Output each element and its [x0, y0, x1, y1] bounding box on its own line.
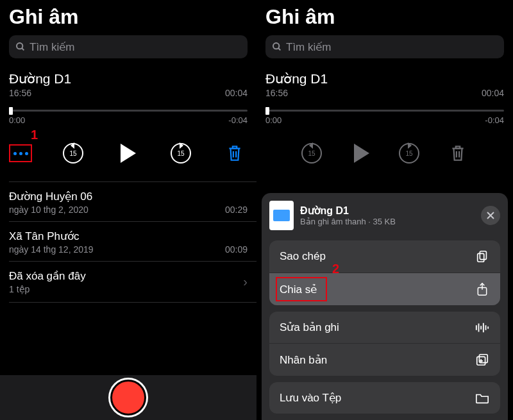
play-button[interactable]: [114, 140, 140, 166]
svg-rect-4: [480, 251, 486, 260]
current-duration: 00:04: [482, 88, 504, 98]
item-duration: 00:29: [225, 205, 248, 215]
svg-rect-5: [478, 253, 484, 262]
sheet-group-save: Lưu vào Tệp: [269, 382, 500, 414]
svg-line-3: [278, 48, 280, 50]
chevron-right-icon: ›: [243, 274, 248, 289]
search-placeholder: Tìm kiếm: [286, 40, 331, 54]
current-recording-name: Đường D1: [265, 71, 504, 87]
play-button: [348, 140, 373, 166]
rewind-15-button[interactable]: 15: [60, 140, 86, 166]
trash-icon: [226, 144, 243, 162]
search-placeholder: Tìm kiếm: [29, 40, 74, 54]
save-row[interactable]: Lưu vào Tệp: [269, 382, 500, 414]
record-footer: [0, 375, 256, 420]
trash-icon: [450, 144, 466, 162]
track-end: -0:04: [228, 115, 248, 125]
sheet-group-edit: Sửa bản ghi Nhân bản: [269, 312, 500, 376]
page-title: Ghi âm: [9, 5, 248, 29]
item-name: Xã Tân Phước: [9, 230, 248, 243]
list-item[interactable]: Xã Tân Phước ngày 14 thg 12, 2019 00:09: [9, 222, 248, 261]
edit-label: Sửa bản ghi: [280, 321, 339, 334]
current-duration: 00:04: [225, 88, 248, 98]
current-recording-name: Đường D1: [9, 71, 248, 87]
callout-2: 2: [332, 262, 339, 276]
page-title: Ghi âm: [265, 5, 504, 29]
search-icon: [272, 42, 282, 52]
scrubber-labels: 0:00 -0:04: [9, 115, 248, 125]
track-end: -0:04: [485, 115, 504, 125]
plus-square-icon: [475, 353, 490, 367]
forward-15-button: 15: [396, 140, 422, 166]
screen-sharesheet: Ghi âm Tìm kiếm Đường D1 16:56 00:04 0:0…: [256, 0, 513, 420]
search-input[interactable]: Tìm kiếm: [9, 35, 248, 58]
scrubber-head[interactable]: [265, 107, 269, 115]
current-time-row: 16:56 00:04: [265, 88, 504, 98]
sheet-group-main: Sao chép Chia sẻ 2: [269, 240, 500, 305]
folder-icon: [475, 392, 490, 404]
scrubber-track[interactable]: [265, 110, 504, 112]
playback-controls: 1 15 15: [9, 140, 248, 166]
record-button[interactable]: [110, 380, 146, 416]
share-icon: [475, 282, 490, 296]
more-button[interactable]: [9, 144, 32, 162]
forward-15-button[interactable]: 15: [168, 140, 194, 166]
scrubber-track[interactable]: [9, 110, 248, 112]
copy-icon: [475, 249, 490, 264]
callout-1: 1: [31, 128, 38, 142]
scrubber-head[interactable]: [9, 107, 13, 115]
current-time: 16:56: [9, 88, 31, 98]
audio-doc-icon: [269, 201, 294, 230]
play-icon: [121, 144, 136, 163]
delete-button: [445, 140, 471, 166]
scrubber-labels: 0:00 -0:04: [265, 115, 504, 125]
list-item[interactable]: Đường Huyện 06 ngày 10 thg 2, 2020 00:29: [9, 182, 248, 221]
share-sheet: Đường D1 Bản ghi âm thanh · 35 KB Sao ch…: [262, 193, 508, 420]
search-icon: [15, 42, 26, 52]
item-date: ngày 10 thg 2, 2020: [9, 205, 88, 215]
playback-controls-dimmed: 15 15: [265, 140, 504, 166]
deleted-count: 1 tệp: [9, 284, 86, 294]
duplicate-label: Nhân bản: [280, 353, 327, 367]
item-duration: 00:09: [225, 244, 248, 255]
current-time: 16:56: [265, 88, 288, 98]
duplicate-row[interactable]: Nhân bản: [269, 344, 500, 376]
sheet-header: Đường D1 Bản ghi âm thanh · 35 KB: [269, 201, 500, 230]
current-time-row: 16:56 00:04: [9, 88, 248, 98]
play-icon: [354, 144, 369, 163]
sheet-subtitle: Bản ghi âm thanh · 35 KB: [300, 217, 396, 226]
save-label: Lưu vào Tệp: [280, 391, 341, 405]
deleted-title: Đã xóa gần đây: [9, 269, 86, 283]
track-start: 0:00: [265, 115, 282, 125]
edit-row[interactable]: Sửa bản ghi: [269, 312, 500, 344]
close-button[interactable]: [481, 206, 500, 225]
rewind-15-button: 15: [299, 140, 324, 166]
screen-list: Ghi âm Tìm kiếm Đường D1 16:56 00:04 0:0…: [0, 0, 256, 420]
close-icon: [487, 212, 494, 219]
delete-button[interactable]: [222, 140, 248, 166]
item-date: ngày 14 thg 12, 2019: [9, 244, 94, 255]
recently-deleted[interactable]: Đã xóa gần đây 1 tệp ›: [9, 262, 248, 302]
share-label: Chia sẻ: [280, 283, 317, 296]
waveform-icon: [475, 322, 490, 333]
sheet-title: Đường D1: [300, 205, 396, 217]
search-input[interactable]: Tìm kiếm: [265, 35, 504, 58]
track-start: 0:00: [9, 115, 25, 125]
item-name: Đường Huyện 06: [9, 190, 248, 203]
svg-line-1: [22, 48, 24, 50]
copy-row[interactable]: Sao chép: [269, 240, 500, 273]
svg-point-0: [17, 43, 22, 49]
svg-point-2: [273, 43, 279, 49]
copy-label: Sao chép: [280, 250, 326, 263]
share-row[interactable]: Chia sẻ 2: [269, 273, 500, 305]
